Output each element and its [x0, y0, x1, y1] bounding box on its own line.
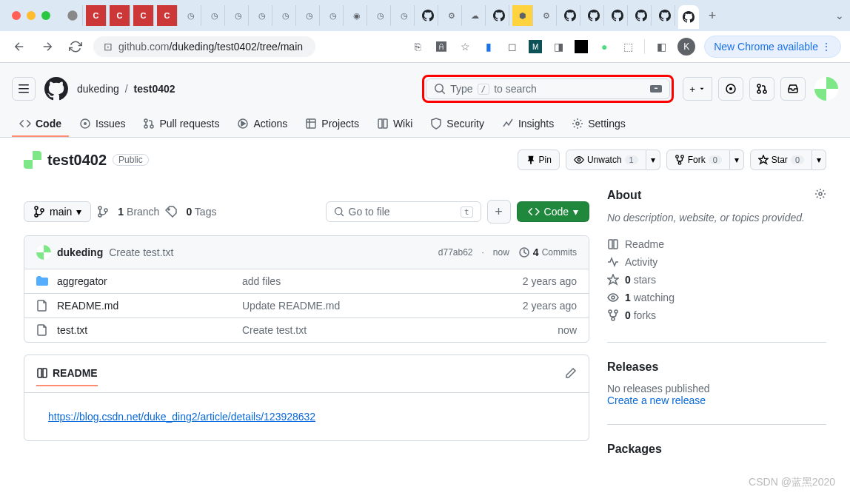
nav-code[interactable]: Code: [12, 112, 69, 137]
new-tab-button[interactable]: +: [702, 5, 723, 26]
search-input[interactable]: Type / to search: [426, 78, 670, 99]
user-avatar[interactable]: [814, 77, 838, 101]
command-palette-icon[interactable]: [650, 83, 662, 95]
nav-settings[interactable]: Settings: [564, 112, 633, 137]
commit-message[interactable]: Create test.txt: [109, 246, 173, 258]
profile-avatar[interactable]: K: [677, 38, 695, 56]
maximize-window-icon[interactable]: [41, 11, 50, 20]
hamburger-menu-button[interactable]: [12, 77, 36, 101]
nav-projects[interactable]: Projects: [298, 112, 367, 137]
github-logo-icon[interactable]: [44, 77, 68, 101]
browser-tab[interactable]: [607, 5, 628, 26]
browser-tab[interactable]: ⚙: [441, 5, 462, 26]
pull-requests-button[interactable]: [749, 77, 774, 101]
minimize-window-icon[interactable]: [27, 11, 36, 20]
add-file-button[interactable]: +: [487, 200, 511, 224]
extension-icon[interactable]: ▮: [481, 39, 496, 54]
fork-button[interactable]: Fork0: [666, 149, 730, 170]
forks-link[interactable]: 0 forks: [607, 306, 826, 324]
nav-issues[interactable]: Issues: [72, 112, 133, 137]
unwatch-dropdown[interactable]: ▾: [646, 149, 660, 170]
file-name-link[interactable]: aggregator: [57, 275, 107, 287]
browser-tab[interactable]: [560, 5, 580, 26]
commit-sha[interactable]: d77ab62: [438, 247, 473, 258]
translate-icon[interactable]: 🅰: [434, 39, 449, 54]
watching-link[interactable]: 1 watching: [607, 289, 826, 306]
breadcrumb-repo[interactable]: test0402: [134, 83, 175, 95]
sidepanel-icon[interactable]: ◧: [654, 39, 669, 54]
browser-tab[interactable]: C: [86, 5, 107, 26]
file-row[interactable]: aggregatoradd files2 years ago: [24, 269, 589, 294]
browser-tab[interactable]: [62, 5, 83, 26]
breadcrumb-owner[interactable]: dukeding: [77, 83, 119, 95]
file-row[interactable]: test.txtCreate test.txtnow: [24, 318, 589, 342]
site-settings-icon[interactable]: ⊡: [104, 41, 113, 53]
browser-tab[interactable]: ⬢: [512, 5, 533, 26]
browser-tab[interactable]: [583, 5, 604, 26]
extension-icon[interactable]: ●: [597, 39, 612, 54]
browser-tab[interactable]: C: [110, 5, 130, 26]
browser-tab[interactable]: [489, 5, 509, 26]
browser-tab[interactable]: ◷: [394, 5, 415, 26]
stars-link[interactable]: 0 stars: [607, 271, 826, 289]
url-bar[interactable]: ⊡ github.com/dukeding/test0402/tree/main: [93, 36, 315, 57]
forward-button[interactable]: [37, 36, 58, 57]
commits-link[interactable]: 4 Commits: [518, 246, 577, 258]
readme-link[interactable]: Readme: [607, 235, 826, 253]
install-icon[interactable]: ⎘: [410, 39, 425, 54]
browser-tab[interactable]: [655, 5, 675, 26]
browser-tab[interactable]: C: [133, 5, 154, 26]
create-release-link[interactable]: Create a new release: [607, 394, 706, 406]
notifications-button[interactable]: [780, 77, 806, 101]
browser-tab[interactable]: ◷: [323, 5, 344, 26]
browser-tab[interactable]: ☁: [465, 5, 486, 26]
browser-tab[interactable]: ◷: [252, 5, 272, 26]
file-commit-msg[interactable]: add files: [242, 275, 523, 287]
bookmark-icon[interactable]: ☆: [458, 39, 472, 54]
edit-readme-button[interactable]: [565, 367, 577, 381]
back-button[interactable]: [9, 36, 30, 57]
readme-link[interactable]: https://blog.csdn.net/duke_ding2/article…: [48, 411, 315, 423]
tags-count[interactable]: 0 Tags: [165, 206, 216, 218]
star-dropdown[interactable]: ▾: [812, 149, 826, 170]
activity-link[interactable]: Activity: [607, 253, 826, 271]
star-button[interactable]: Star0: [750, 149, 812, 170]
extension-icon[interactable]: [575, 40, 588, 53]
browser-tab[interactable]: ◷: [299, 5, 320, 26]
commit-author[interactable]: dukeding: [57, 246, 103, 258]
create-new-button[interactable]: +: [683, 77, 712, 101]
code-button[interactable]: Code ▾: [517, 201, 589, 222]
file-name-link[interactable]: README.md: [57, 300, 118, 312]
issues-button[interactable]: [718, 77, 743, 101]
goto-file-input[interactable]: Go to filet: [326, 201, 481, 222]
file-name-link[interactable]: test.txt: [57, 324, 87, 336]
browser-tab[interactable]: ◷: [370, 5, 391, 26]
browser-tab[interactable]: ◷: [228, 5, 249, 26]
extension-icon[interactable]: ◨: [551, 39, 566, 54]
browser-tab[interactable]: ◉: [347, 5, 367, 26]
nav-security[interactable]: Security: [423, 112, 492, 137]
nav-actions[interactable]: Actions: [230, 112, 295, 137]
nav-insights[interactable]: Insights: [495, 112, 561, 137]
reload-button[interactable]: [65, 36, 86, 57]
branch-selector[interactable]: main ▾: [24, 201, 91, 222]
extension-icon[interactable]: ◻: [505, 39, 520, 54]
close-window-icon[interactable]: [12, 11, 21, 20]
file-commit-msg[interactable]: Create test.txt: [242, 324, 558, 336]
latest-commit-bar[interactable]: dukeding Create test.txt d77ab62 · now 4…: [24, 236, 589, 269]
browser-tab[interactable]: C: [157, 5, 178, 26]
extensions-icon[interactable]: ⬚: [620, 39, 635, 54]
chrome-update-button[interactable]: New Chrome available ⋮: [704, 36, 841, 58]
nav-pull-requests[interactable]: Pull requests: [135, 112, 227, 137]
file-commit-msg[interactable]: Update README.md: [242, 300, 523, 312]
browser-tab[interactable]: ⚙: [536, 5, 557, 26]
unwatch-button[interactable]: Unwatch1: [566, 149, 646, 170]
browser-tab-active[interactable]: [678, 5, 699, 29]
browser-tab[interactable]: [631, 5, 652, 26]
tabs-dropdown-icon[interactable]: ⌄: [835, 10, 844, 21]
extension-icon[interactable]: M: [529, 40, 542, 53]
about-settings-button[interactable]: [814, 188, 826, 203]
file-row[interactable]: README.mdUpdate README.md2 years ago: [24, 294, 589, 318]
fork-dropdown[interactable]: ▾: [730, 149, 744, 170]
pin-button[interactable]: Pin: [518, 149, 560, 170]
